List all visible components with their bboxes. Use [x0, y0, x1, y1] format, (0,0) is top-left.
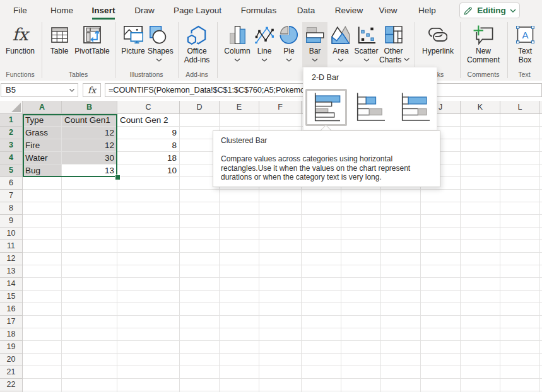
cell-K3[interactable]	[461, 139, 500, 152]
cell-D21[interactable]	[180, 366, 220, 379]
cell-B10[interactable]	[62, 228, 117, 240]
cell-K1[interactable]	[461, 114, 500, 127]
cell-F9[interactable]	[259, 215, 302, 228]
cell-J7[interactable]	[421, 190, 461, 202]
cell-K15[interactable]	[461, 291, 500, 303]
cell-H20[interactable]	[341, 354, 381, 366]
cell-B18[interactable]	[62, 328, 117, 341]
cell-H10[interactable]	[341, 228, 381, 240]
row-header-8[interactable]: 8	[0, 202, 23, 215]
row-header-11[interactable]: 11	[0, 240, 23, 253]
cell-D9[interactable]	[180, 215, 220, 228]
cell-B21[interactable]	[62, 366, 117, 379]
cell-F1[interactable]	[259, 114, 302, 127]
cell-K9[interactable]	[461, 215, 500, 228]
cell-A9[interactable]	[23, 215, 62, 228]
cell-K5[interactable]	[461, 164, 500, 177]
row-header-16[interactable]: 16	[0, 303, 23, 316]
cell-F10[interactable]	[259, 228, 302, 240]
cell-J18[interactable]	[421, 328, 461, 341]
cell-J20[interactable]	[421, 354, 461, 366]
menu-tab-data[interactable]: Data	[297, 0, 315, 21]
cell-D20[interactable]	[180, 354, 220, 366]
cell-K17[interactable]	[461, 316, 500, 328]
cell-G7[interactable]	[302, 190, 341, 202]
ribbon-button-table[interactable]: Table	[45, 22, 73, 67]
cell-A15[interactable]	[23, 291, 62, 303]
cell-I17[interactable]	[381, 316, 421, 328]
cell-A8[interactable]	[23, 202, 62, 215]
cell-D19[interactable]	[180, 341, 220, 354]
cell-J15[interactable]	[421, 291, 461, 303]
row-header-12[interactable]: 12	[0, 253, 23, 265]
ribbon-button-bar-chart[interactable]: Bar	[302, 22, 327, 67]
cell-L19[interactable]	[500, 341, 540, 354]
cell-L6[interactable]	[500, 177, 540, 190]
row-header-14[interactable]: 14	[0, 278, 23, 291]
cell-B15[interactable]	[62, 291, 117, 303]
insert-function-button[interactable]: fx	[83, 83, 101, 97]
cell-D7[interactable]	[180, 190, 220, 202]
cell-L3[interactable]	[500, 139, 540, 152]
cell-K4[interactable]	[461, 152, 500, 164]
ribbon-button-shapes[interactable]: Shapes	[148, 22, 170, 67]
cell-L10[interactable]	[500, 228, 540, 240]
cell-H8[interactable]	[341, 202, 381, 215]
cell-G20[interactable]	[302, 354, 341, 366]
cell-K18[interactable]	[461, 328, 500, 341]
cell-B2[interactable]: 12	[62, 127, 117, 139]
chart-type-clustered-bar[interactable]	[305, 89, 347, 126]
cell-K13[interactable]	[461, 265, 500, 278]
row-header-20[interactable]: 20	[0, 354, 23, 366]
column-header-A[interactable]: A	[23, 101, 62, 114]
cell-K22[interactable]	[461, 379, 500, 391]
cell-E16[interactable]	[220, 303, 259, 316]
cell-L9[interactable]	[500, 215, 540, 228]
cell-J22[interactable]	[421, 379, 461, 391]
cell-C18[interactable]	[117, 328, 180, 341]
ribbon-button-pie-chart[interactable]: Pie	[278, 22, 300, 67]
cell-G8[interactable]	[302, 202, 341, 215]
cell-E17[interactable]	[220, 316, 259, 328]
cell-A17[interactable]	[23, 316, 62, 328]
cell-I16[interactable]	[381, 303, 421, 316]
cell-B3[interactable]: 12	[62, 139, 117, 152]
row-header-7[interactable]: 7	[0, 190, 23, 202]
cell-L22[interactable]	[500, 379, 540, 391]
cell-A13[interactable]	[23, 265, 62, 278]
cell-C17[interactable]	[117, 316, 180, 328]
cell-F20[interactable]	[259, 354, 302, 366]
cell-J9[interactable]	[421, 215, 461, 228]
row-header-18[interactable]: 18	[0, 328, 23, 341]
cell-A22[interactable]	[23, 379, 62, 391]
ribbon-button-pivottable[interactable]: PivotTable	[73, 22, 111, 67]
cell-D14[interactable]	[180, 278, 220, 291]
ribbon-button-hyperlink[interactable]: Hyperlink	[419, 22, 457, 67]
row-header-22[interactable]: 22	[0, 379, 23, 391]
row-header-10[interactable]: 10	[0, 228, 23, 240]
cell-A16[interactable]	[23, 303, 62, 316]
cell-L8[interactable]	[500, 202, 540, 215]
cell-G18[interactable]	[302, 328, 341, 341]
cell-C12[interactable]	[117, 253, 180, 265]
menu-tab-page-layout[interactable]: Page Layout	[174, 0, 221, 21]
cell-I18[interactable]	[381, 328, 421, 341]
menu-tab-home[interactable]: Home	[50, 0, 73, 21]
cell-A7[interactable]	[23, 190, 62, 202]
cell-L18[interactable]	[500, 328, 540, 341]
cell-I15[interactable]	[381, 291, 421, 303]
cell-H12[interactable]	[341, 253, 381, 265]
cell-I20[interactable]	[381, 354, 421, 366]
cell-A12[interactable]	[23, 253, 62, 265]
row-header-13[interactable]: 13	[0, 265, 23, 278]
cell-E19[interactable]	[220, 341, 259, 354]
cell-C9[interactable]	[117, 215, 180, 228]
cell-F12[interactable]	[259, 253, 302, 265]
column-header-F[interactable]: F	[259, 101, 302, 114]
cell-E20[interactable]	[220, 354, 259, 366]
cell-E13[interactable]	[220, 265, 259, 278]
cell-E22[interactable]	[220, 379, 259, 391]
cell-J14[interactable]	[421, 278, 461, 291]
cell-L4[interactable]	[500, 152, 540, 164]
cell-F19[interactable]	[259, 341, 302, 354]
